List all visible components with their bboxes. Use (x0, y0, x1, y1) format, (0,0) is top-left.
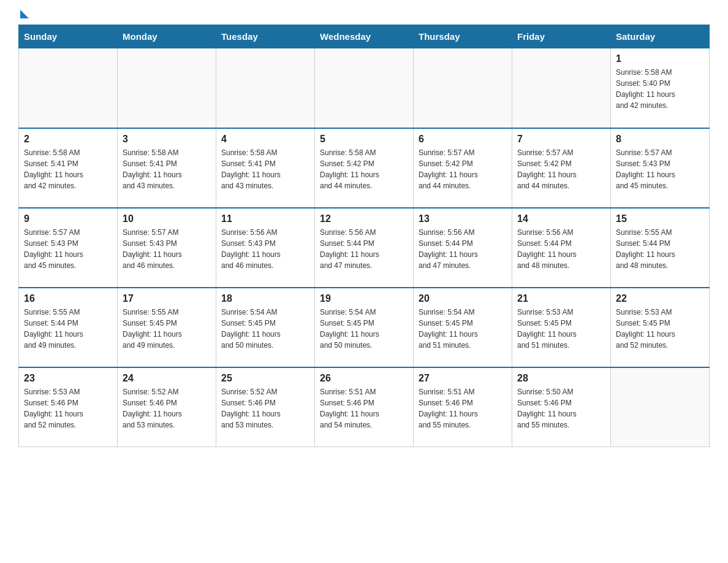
day-number: 26 (320, 373, 408, 384)
calendar-cell: 26Sunrise: 5:51 AMSunset: 5:46 PMDayligh… (315, 367, 414, 447)
day-number: 21 (517, 293, 605, 304)
day-info: Sunrise: 5:52 AMSunset: 5:46 PMDaylight:… (123, 386, 211, 431)
calendar-cell: 10Sunrise: 5:57 AMSunset: 5:43 PMDayligh… (118, 208, 216, 288)
calendar-week-row: 1Sunrise: 5:58 AMSunset: 5:40 PMDaylight… (19, 48, 710, 128)
day-number: 5 (320, 134, 408, 145)
day-info: Sunrise: 5:58 AMSunset: 5:41 PMDaylight:… (123, 147, 211, 191)
day-info: Sunrise: 5:55 AMSunset: 5:44 PMDaylight:… (24, 307, 112, 351)
day-number: 16 (24, 293, 112, 304)
calendar-cell: 12Sunrise: 5:56 AMSunset: 5:44 PMDayligh… (315, 208, 414, 288)
calendar-cell: 21Sunrise: 5:53 AMSunset: 5:45 PMDayligh… (512, 288, 611, 367)
day-number: 20 (419, 293, 507, 304)
calendar-cell: 9Sunrise: 5:57 AMSunset: 5:43 PMDaylight… (19, 208, 118, 288)
day-number: 18 (221, 293, 309, 304)
day-number: 17 (123, 293, 211, 304)
day-number: 2 (24, 134, 112, 145)
day-info: Sunrise: 5:50 AMSunset: 5:46 PMDaylight:… (517, 386, 605, 431)
weekday-header-monday: Monday (118, 25, 216, 48)
logo-arrow-icon (20, 10, 29, 18)
calendar-week-row: 2Sunrise: 5:58 AMSunset: 5:41 PMDaylight… (19, 128, 710, 208)
day-number: 22 (616, 293, 704, 304)
calendar-cell (118, 48, 216, 128)
day-info: Sunrise: 5:55 AMSunset: 5:44 PMDaylight:… (616, 227, 704, 271)
day-number: 10 (123, 213, 211, 224)
calendar-cell: 13Sunrise: 5:56 AMSunset: 5:44 PMDayligh… (414, 208, 512, 288)
calendar-cell: 24Sunrise: 5:52 AMSunset: 5:46 PMDayligh… (118, 367, 216, 447)
day-info: Sunrise: 5:51 AMSunset: 5:46 PMDaylight:… (320, 386, 408, 431)
calendar-cell: 4Sunrise: 5:58 AMSunset: 5:41 PMDaylight… (216, 128, 315, 208)
calendar-week-row: 9Sunrise: 5:57 AMSunset: 5:43 PMDaylight… (19, 208, 710, 288)
calendar-cell: 23Sunrise: 5:53 AMSunset: 5:46 PMDayligh… (19, 367, 118, 447)
day-info: Sunrise: 5:56 AMSunset: 5:43 PMDaylight:… (221, 227, 309, 271)
calendar-cell: 5Sunrise: 5:58 AMSunset: 5:42 PMDaylight… (315, 128, 414, 208)
day-number: 1 (616, 53, 704, 64)
calendar-cell (611, 367, 710, 447)
day-info: Sunrise: 5:58 AMSunset: 5:41 PMDaylight:… (221, 147, 309, 191)
day-info: Sunrise: 5:58 AMSunset: 5:41 PMDaylight:… (24, 147, 112, 191)
calendar-cell: 22Sunrise: 5:53 AMSunset: 5:45 PMDayligh… (611, 288, 710, 367)
calendar-cell: 2Sunrise: 5:58 AMSunset: 5:41 PMDaylight… (19, 128, 118, 208)
day-info: Sunrise: 5:51 AMSunset: 5:46 PMDaylight:… (419, 386, 507, 431)
weekday-header-sunday: Sunday (19, 25, 118, 48)
day-info: Sunrise: 5:56 AMSunset: 5:44 PMDaylight:… (320, 227, 408, 271)
calendar-cell: 14Sunrise: 5:56 AMSunset: 5:44 PMDayligh… (512, 208, 611, 288)
calendar-cell: 20Sunrise: 5:54 AMSunset: 5:45 PMDayligh… (414, 288, 512, 367)
calendar-cell: 1Sunrise: 5:58 AMSunset: 5:40 PMDaylight… (611, 48, 710, 128)
day-number: 12 (320, 213, 408, 224)
day-number: 14 (517, 213, 605, 224)
day-info: Sunrise: 5:58 AMSunset: 5:40 PMDaylight:… (616, 67, 704, 111)
day-info: Sunrise: 5:53 AMSunset: 5:46 PMDaylight:… (24, 386, 112, 431)
day-number: 28 (517, 373, 605, 384)
day-info: Sunrise: 5:57 AMSunset: 5:42 PMDaylight:… (419, 147, 507, 191)
calendar-cell (512, 48, 611, 128)
day-info: Sunrise: 5:57 AMSunset: 5:43 PMDaylight:… (24, 227, 112, 271)
calendar-cell (216, 48, 315, 128)
day-number: 19 (320, 293, 408, 304)
day-info: Sunrise: 5:57 AMSunset: 5:43 PMDaylight:… (616, 147, 704, 191)
calendar-cell: 28Sunrise: 5:50 AMSunset: 5:46 PMDayligh… (512, 367, 611, 447)
calendar-cell: 19Sunrise: 5:54 AMSunset: 5:45 PMDayligh… (315, 288, 414, 367)
day-number: 7 (517, 134, 605, 145)
calendar-cell: 11Sunrise: 5:56 AMSunset: 5:43 PMDayligh… (216, 208, 315, 288)
calendar-cell: 25Sunrise: 5:52 AMSunset: 5:46 PMDayligh… (216, 367, 315, 447)
weekday-header-row: SundayMondayTuesdayWednesdayThursdayFrid… (19, 25, 710, 48)
calendar-cell: 16Sunrise: 5:55 AMSunset: 5:44 PMDayligh… (19, 288, 118, 367)
weekday-header-saturday: Saturday (611, 25, 710, 48)
day-info: Sunrise: 5:54 AMSunset: 5:45 PMDaylight:… (419, 307, 507, 351)
day-number: 11 (221, 213, 309, 224)
day-info: Sunrise: 5:56 AMSunset: 5:44 PMDaylight:… (419, 227, 507, 271)
calendar-week-row: 23Sunrise: 5:53 AMSunset: 5:46 PMDayligh… (19, 367, 710, 447)
calendar-cell: 8Sunrise: 5:57 AMSunset: 5:43 PMDaylight… (611, 128, 710, 208)
day-number: 27 (419, 373, 507, 384)
calendar-cell (414, 48, 512, 128)
day-number: 8 (616, 134, 704, 145)
day-number: 13 (419, 213, 507, 224)
calendar-cell: 3Sunrise: 5:58 AMSunset: 5:41 PMDaylight… (118, 128, 216, 208)
day-info: Sunrise: 5:54 AMSunset: 5:45 PMDaylight:… (320, 307, 408, 351)
day-number: 25 (221, 373, 309, 384)
day-info: Sunrise: 5:53 AMSunset: 5:45 PMDaylight:… (616, 307, 704, 351)
calendar-cell: 18Sunrise: 5:54 AMSunset: 5:45 PMDayligh… (216, 288, 315, 367)
calendar-cell (19, 48, 118, 128)
calendar-table: SundayMondayTuesdayWednesdayThursdayFrid… (18, 25, 710, 447)
calendar-cell: 6Sunrise: 5:57 AMSunset: 5:42 PMDaylight… (414, 128, 512, 208)
logo (18, 12, 29, 18)
day-number: 4 (221, 134, 309, 145)
weekday-header-friday: Friday (512, 25, 611, 48)
day-number: 15 (616, 213, 704, 224)
calendar-cell: 7Sunrise: 5:57 AMSunset: 5:42 PMDaylight… (512, 128, 611, 208)
calendar-cell: 17Sunrise: 5:55 AMSunset: 5:45 PMDayligh… (118, 288, 216, 367)
day-info: Sunrise: 5:57 AMSunset: 5:43 PMDaylight:… (123, 227, 211, 271)
day-info: Sunrise: 5:53 AMSunset: 5:45 PMDaylight:… (517, 307, 605, 351)
day-number: 3 (123, 134, 211, 145)
day-number: 24 (123, 373, 211, 384)
calendar-week-row: 16Sunrise: 5:55 AMSunset: 5:44 PMDayligh… (19, 288, 710, 367)
weekday-header-thursday: Thursday (414, 25, 512, 48)
day-number: 9 (24, 213, 112, 224)
day-info: Sunrise: 5:57 AMSunset: 5:42 PMDaylight:… (517, 147, 605, 191)
day-number: 23 (24, 373, 112, 384)
day-info: Sunrise: 5:56 AMSunset: 5:44 PMDaylight:… (517, 227, 605, 271)
day-info: Sunrise: 5:54 AMSunset: 5:45 PMDaylight:… (221, 307, 309, 351)
weekday-header-tuesday: Tuesday (216, 25, 315, 48)
day-number: 6 (419, 134, 507, 145)
